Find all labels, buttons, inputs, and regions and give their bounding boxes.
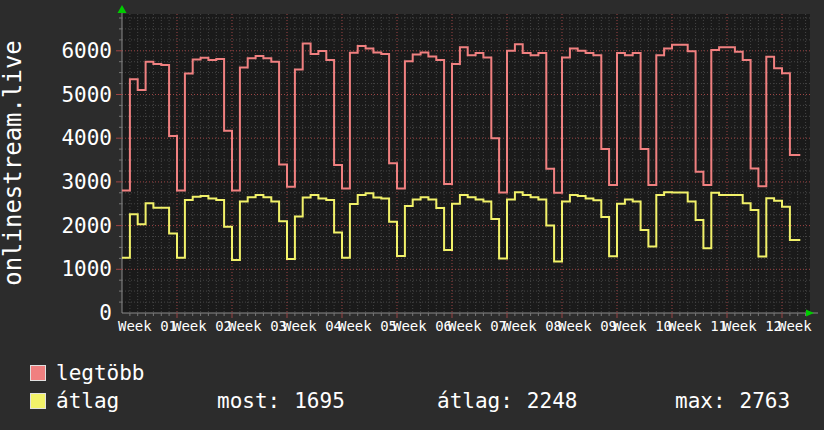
stat-max-value: 2763 [740, 389, 791, 413]
x-tick-label: Week 06 [393, 318, 452, 334]
x-tick-label: Week 13 [778, 318, 824, 334]
stat-most-value: 1695 [294, 389, 345, 413]
y-tick-label: 6000 [61, 39, 112, 63]
legend-label-atlag: átlag [56, 389, 119, 413]
x-tick-label: Week 05 [338, 318, 397, 334]
x-tick-label: Week 08 [503, 318, 562, 334]
x-tick-labels: Week 01Week 02Week 03Week 04Week 05Week … [118, 318, 824, 334]
legend-swatch-legtobb [30, 365, 46, 381]
y-tick-label: 5000 [61, 83, 112, 107]
y-axis-arrow-icon [118, 5, 127, 13]
x-tick-label: Week 09 [558, 318, 617, 334]
y-tick-label: 0 [99, 301, 112, 325]
x-tick-label: Week 10 [613, 318, 672, 334]
stat-most: most:1695 [217, 389, 345, 413]
x-tick-label: Week 04 [283, 318, 342, 334]
x-tick-label: Week 03 [228, 318, 287, 334]
stat-atlag-value: 2248 [527, 389, 578, 413]
graph-panel: onlinestream.live 0100020003000400050006… [0, 0, 824, 430]
stat-atlag: átlag:2248 [437, 389, 577, 413]
x-tick-label: Week 07 [448, 318, 507, 334]
stat-max: max:2763 [675, 389, 790, 413]
stat-max-label: max: [675, 389, 726, 413]
plot-background [122, 14, 810, 313]
legend-label-legtobb: legtöbb [56, 361, 145, 385]
y-tick-label: 1000 [61, 257, 112, 281]
y-tick-label: 2000 [61, 214, 112, 238]
x-tick-label: Week 02 [173, 318, 232, 334]
stat-atlag-label: átlag: [437, 389, 513, 413]
y-tick-labels: 0100020003000400050006000 [61, 39, 112, 325]
stat-most-label: most: [217, 389, 280, 413]
y-tick-label: 4000 [61, 126, 112, 150]
legend-swatch-atlag [30, 393, 46, 409]
y-tick-label: 3000 [61, 170, 112, 194]
x-tick-label: Week 01 [118, 318, 177, 334]
x-tick-label: Week 11 [668, 318, 727, 334]
x-tick-label: Week 12 [723, 318, 782, 334]
